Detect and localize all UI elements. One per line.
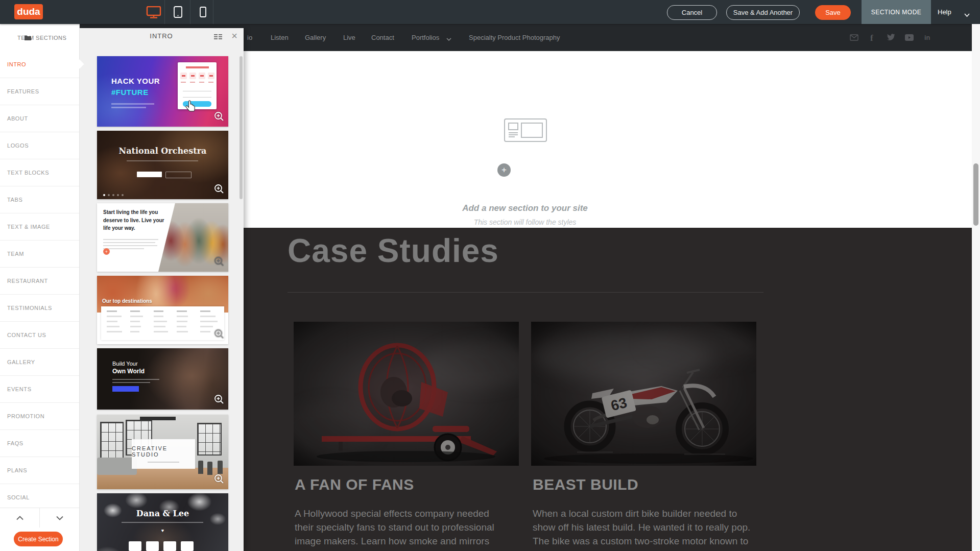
youtube-icon[interactable] <box>904 32 914 42</box>
text-placeholder <box>112 382 150 383</box>
nav-item-live[interactable]: Live <box>343 34 355 41</box>
template-thumb-dana-and-lee[interactable]: Dana & Lee ♥ <box>97 493 228 551</box>
sidebar-item[interactable]: INTRO <box>0 51 79 78</box>
chevron-down-icon[interactable] <box>446 35 451 43</box>
section-mode-badge: SECTION MODE <box>862 0 931 24</box>
facebook-icon[interactable]: f <box>868 32 878 42</box>
save-add-another-button[interactable]: Save & Add Another <box>726 5 800 20</box>
sidebar-item[interactable]: TABS <box>0 186 79 213</box>
case-heading: A FAN OF FANS <box>295 476 414 493</box>
sidebar-item-label: EVENTS <box>7 386 32 392</box>
sidebar-item-label: PLANS <box>7 467 27 473</box>
panel-scrollbar-thumb[interactable] <box>240 56 243 199</box>
folder-icon <box>25 35 31 41</box>
sidebar-item[interactable]: LOGOS <box>0 132 79 159</box>
close-icon[interactable]: × <box>231 29 237 43</box>
nav-item-listen[interactable]: Listen <box>271 34 289 41</box>
zoom-preview-icon[interactable] <box>214 256 224 269</box>
ceiling-duct-graphic <box>140 417 176 420</box>
zoom-preview-icon[interactable] <box>214 329 224 341</box>
zoom-preview-icon[interactable] <box>214 184 224 196</box>
linkedin-icon[interactable]: in <box>923 32 933 42</box>
duda-logo[interactable]: duda <box>14 4 43 19</box>
save-button[interactable]: Save <box>815 5 851 20</box>
countdown-box <box>180 73 187 79</box>
template-thumb-national-orchestra[interactable]: National Orchestra <box>97 131 228 199</box>
sidebar-item[interactable]: CONTACT US <box>0 322 79 349</box>
countdown-box <box>146 541 159 551</box>
sidebar-item[interactable]: EVENTS <box>0 376 79 403</box>
sidebar-item-label: TEXT BLOCKS <box>7 170 49 176</box>
case-heading: BEAST BUILD <box>533 476 638 493</box>
thumb-title: HACK YOUR <box>111 77 160 85</box>
zoom-preview-icon[interactable] <box>214 474 224 486</box>
text-placeholder <box>103 248 144 249</box>
panel-header: INTRO × <box>79 28 244 43</box>
sidebar-item-label: PROMOTION <box>7 413 44 419</box>
section-title: Case Studies <box>288 232 499 270</box>
template-thumb-build-your-own-world[interactable]: Build Your Own World <box>97 348 228 410</box>
help-menu[interactable]: Help <box>938 8 951 16</box>
sidebar-item[interactable]: GALLERY <box>0 349 79 376</box>
button-placeholder <box>112 386 139 392</box>
sidebar-header: TEAM SECTIONS <box>0 24 79 52</box>
carousel-dot <box>103 194 105 196</box>
button-placeholder <box>165 172 192 178</box>
editor-topbar: duda Cancel Save & Add Another Save SECT… <box>0 0 980 24</box>
carousel-dot <box>117 194 119 196</box>
text-placeholder <box>181 82 186 83</box>
template-thumb-destinations[interactable]: Our top destinations <box>97 276 228 344</box>
text-placeholder <box>208 82 213 83</box>
sidebar-item-label: INTRO <box>7 61 26 67</box>
sidebar-item-label: GALLERY <box>7 359 35 365</box>
template-thumb-start-living[interactable]: Start living the life you deserve to liv… <box>97 203 228 272</box>
thumb-title: National Orchestra <box>97 146 228 156</box>
sidebar-item[interactable]: TEAM <box>0 241 79 268</box>
scroll-up-button[interactable] <box>0 508 40 528</box>
zoom-preview-icon[interactable] <box>214 394 224 406</box>
create-section-button[interactable]: Create Section <box>14 532 63 546</box>
countdown-box <box>129 541 141 551</box>
carousel-dot <box>108 194 110 196</box>
countdown-card <box>178 62 217 109</box>
thumb-title: CREATIVE STUDIO <box>132 445 195 458</box>
destination-table <box>101 306 224 340</box>
input-placeholder <box>183 91 211 91</box>
sidebar-item[interactable]: PLANS <box>0 457 79 484</box>
template-thumb-creative-studio[interactable]: CREATIVE STUDIO <box>97 415 228 489</box>
chevron-down-icon[interactable] <box>964 10 970 19</box>
divider <box>190 0 190 24</box>
nav-item-cropped[interactable]: io <box>247 34 252 41</box>
sidebar-item-label: SOCIAL <box>7 494 30 500</box>
mobile-icon[interactable] <box>200 7 206 19</box>
cancel-button[interactable]: Cancel <box>667 5 717 20</box>
sidebar-item[interactable]: PROMOTION <box>0 403 79 430</box>
nav-item-portfolios[interactable]: Portfolios <box>412 34 439 41</box>
grid-view-icon[interactable] <box>214 33 222 42</box>
text-placeholder <box>103 239 158 240</box>
template-thumb-hack-your-future[interactable]: HACK YOUR #FUTURE <box>97 56 228 127</box>
divider <box>213 0 213 24</box>
scrollbar-thumb[interactable] <box>973 163 978 226</box>
scroll-down-button[interactable] <box>40 508 79 528</box>
nav-item-gallery[interactable]: Gallery <box>305 34 326 41</box>
sidebar-item[interactable]: ABOUT <box>0 105 79 132</box>
sidebar-item[interactable]: TESTIMONIALS <box>0 295 79 322</box>
twitter-icon[interactable] <box>886 32 896 42</box>
nav-item-contact[interactable]: Contact <box>371 34 394 41</box>
sidebar-item-label: TEXT & IMAGE <box>7 224 50 230</box>
tablet-icon[interactable] <box>174 6 182 20</box>
sidebar-item[interactable]: TEXT BLOCKS <box>0 159 79 186</box>
email-icon[interactable] <box>849 32 859 42</box>
text-placeholder <box>122 522 203 523</box>
sidebar-item[interactable]: FAQS <box>0 430 79 457</box>
desktop-icon[interactable] <box>146 6 161 20</box>
sidebar-item[interactable]: TEXT & IMAGE <box>0 213 79 241</box>
nav-item-specialty[interactable]: Specialty Product Photography <box>469 34 560 41</box>
sidebar-item[interactable]: RESTAURANT <box>0 268 79 295</box>
divider <box>164 0 165 24</box>
text-placeholder <box>148 462 179 463</box>
zoom-preview-icon[interactable] <box>214 111 224 124</box>
placeholder-title: Add a new section to your site <box>423 203 627 213</box>
sidebar-item[interactable]: FEATURES <box>0 78 79 105</box>
